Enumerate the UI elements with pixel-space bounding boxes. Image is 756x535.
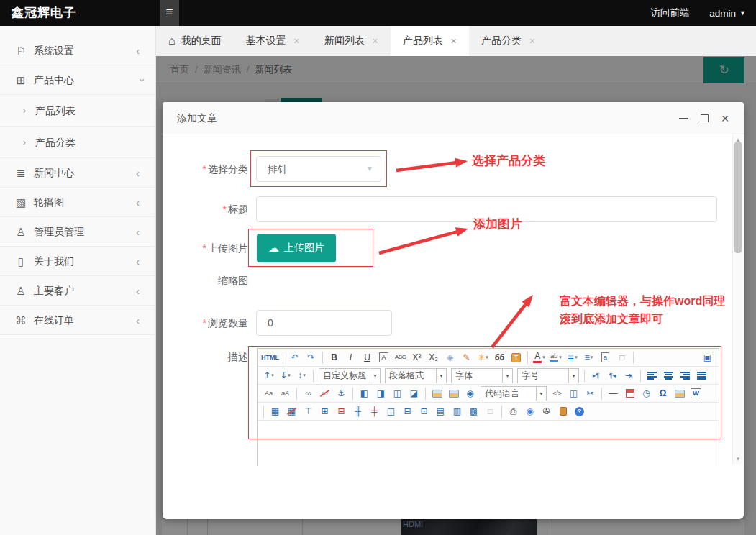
tab-my-desktop[interactable]: ⌂ 我的桌面 [156,26,234,56]
insert-row-icon[interactable]: ⊞ [317,404,332,419]
sidebar-item-news-center[interactable]: ≣ 新闻中心 ‹ [0,158,155,188]
bold-icon[interactable]: B [327,350,342,365]
html-source-icon[interactable]: HTML [261,350,279,365]
merge-right-icon[interactable]: ▤ [433,404,448,419]
delete-table-icon[interactable]: ▦ [284,404,299,419]
sidebar-item-admin-management[interactable]: ♙ 管理员管理 ‹ [0,217,155,247]
image-float-none-icon[interactable]: ◧ [357,386,372,401]
word-image-icon[interactable]: W [688,386,703,401]
new-page-icon[interactable]: □ [614,350,629,365]
merge-cells-icon[interactable]: ◫ [383,404,399,419]
category-select[interactable]: 排针 ▼ [256,156,381,182]
align-left-icon[interactable] [645,368,660,383]
indent-icon[interactable]: ⇥ [621,368,637,383]
preview-page-icon[interactable]: ◉ [522,404,537,419]
font-color-icon[interactable]: A▾ [532,350,547,365]
superscript-icon[interactable]: X² [409,350,424,365]
minimize-icon[interactable] [679,118,688,119]
split-to-rows-icon[interactable]: ⊟ [400,404,415,419]
dialog-scrollbar[interactable]: ▲ ▼ [732,135,743,464]
line-height-icon[interactable]: ↕▾ [294,368,309,383]
delete-col-icon[interactable]: ╪ [367,404,382,419]
image-float-left-icon[interactable]: ◨ [373,386,388,401]
insert-image-icon[interactable] [429,386,445,401]
dialog-header[interactable]: 添加文章 ✕ [163,102,744,134]
title-input[interactable] [256,196,717,222]
paragraph-space-bottom-icon[interactable]: ↧▾ [278,368,293,383]
strikethrough-icon[interactable]: ABC [393,350,408,365]
doc-template-icon[interactable]: □ [483,404,498,419]
sidebar-item-product-list[interactable]: › 产品列表 [0,95,155,127]
font-family-select[interactable]: 字体▾ [451,368,513,383]
code-language-select[interactable]: 代码语言▾ [481,386,547,401]
font-size-select[interactable]: 字号▾ [517,368,579,383]
find-replace-icon[interactable]: ✇ [539,404,554,419]
italic-icon[interactable]: I [343,350,358,365]
sidebar-item-product-center[interactable]: ⊞ 产品中心 ‹ [0,65,155,95]
paragraph-format-select[interactable]: 段落格式▾ [385,368,447,383]
anchor-icon[interactable]: ⚓ [334,386,349,401]
help-icon[interactable]: ? [572,404,587,419]
auto-typeset-icon[interactable]: ✳▾ [475,350,491,365]
upload-image-button[interactable]: ☁ 上传图片 [257,234,336,262]
print-icon[interactable]: ⎙ [506,404,521,419]
lowercase-icon[interactable]: aA [278,386,293,401]
image-float-right-icon[interactable]: ◪ [406,386,422,401]
column-split-icon[interactable]: ◫ [566,386,581,401]
tab-news-list[interactable]: 新闻列表 ✕ [312,26,391,56]
unlink-icon[interactable]: ∞ [317,386,332,401]
tab-basic-settings[interactable]: 基本设置 ✕ [234,26,312,56]
underline-icon[interactable]: U [360,350,375,365]
align-justify-icon[interactable] [694,368,709,383]
sidebar-item-online-orders[interactable]: ⌘ 在线订单 ‹ [0,306,155,335]
image-float-center-icon[interactable]: ◫ [390,386,405,401]
horizontal-rule-icon[interactable]: — [606,386,621,401]
rtl-paragraph-icon[interactable]: ¶◂ [605,368,620,383]
paragraph-space-top-icon[interactable]: ↥▾ [261,368,276,383]
visit-frontend-link[interactable]: 访问前端 [650,6,689,19]
fullscreen-preview-icon[interactable]: ▣ [700,350,715,365]
sidebar-item-carousel[interactable]: ▧ 轮播图 ‹ [0,188,155,217]
table-caption-icon[interactable]: ⊤ [301,404,316,419]
insert-col-icon[interactable]: ╫ [350,404,365,419]
sidebar-item-key-customers[interactable]: ♙ 主要客户 ‹ [0,276,155,306]
format-brush-icon[interactable]: ✎ [459,350,474,365]
link-icon[interactable]: ∞ [301,386,316,401]
full-col-icon[interactable]: ▩ [466,404,481,419]
align-center-icon[interactable] [661,368,676,383]
anchor-ref-icon[interactable]: a [598,350,613,365]
special-chars-icon[interactable]: Ω [655,386,670,401]
insert-video-icon[interactable]: ◉ [463,386,478,401]
insert-time-icon[interactable]: ◷ [639,386,654,401]
ordered-list-icon[interactable]: ≣▾ [565,350,580,365]
sidebar-item-system-settings[interactable]: ⚐ 系统设置 ‹ [0,36,155,65]
views-count-input[interactable] [256,310,392,336]
uppercase-icon[interactable]: Aa [261,386,276,401]
paste-text-icon[interactable]: T [509,350,524,365]
tab-product-category[interactable]: 产品分类 ✕ [469,26,547,56]
close-icon[interactable]: ✕ [372,37,378,46]
eraser-icon[interactable]: ◈ [442,350,457,365]
font-border-icon[interactable]: A [376,350,391,365]
scrollbar-thumb[interactable] [734,142,742,253]
sidebar-item-product-category[interactable]: › 产品分类 [0,127,155,158]
merge-down-icon[interactable]: ▥ [450,404,465,419]
editor-content-area[interactable] [258,421,719,466]
redo-icon[interactable]: ↷ [304,350,319,365]
snapscreen-icon[interactable]: ✂ [583,386,598,401]
highlight-color-icon[interactable]: ab▾ [548,350,563,365]
user-menu[interactable]: admin ▼ [709,8,746,19]
close-icon[interactable]: ✕ [529,37,535,46]
ltr-paragraph-icon[interactable]: ▸¶ [588,368,604,383]
scroll-down-icon[interactable]: ▼ [733,454,743,464]
sidebar-toggle-button[interactable]: ≡ [160,0,179,26]
align-right-icon[interactable] [678,368,693,383]
maximize-icon[interactable] [701,114,709,122]
delete-row-icon[interactable]: ⊟ [334,404,349,419]
close-icon[interactable]: ✕ [293,37,300,46]
blockquote-icon[interactable]: 66 [492,350,507,365]
sidebar-item-about-us[interactable]: ▯ 关于我们 ‹ [0,247,155,276]
tab-product-list[interactable]: 产品列表 ✕ [391,26,469,56]
custom-title-select[interactable]: 自定义标题▾ [319,368,381,383]
split-to-cols-icon[interactable]: ⊡ [416,404,432,419]
